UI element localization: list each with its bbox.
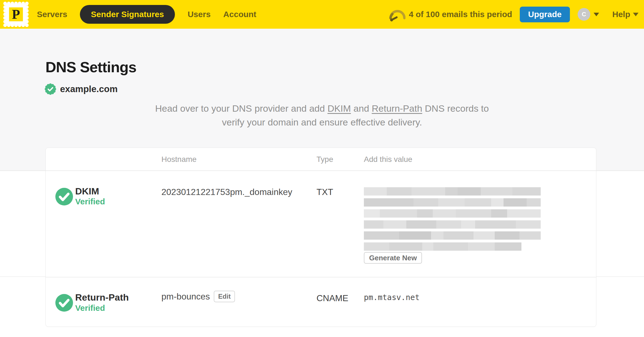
record-hostname: 20230121221753pm._domainkey [161, 187, 292, 197]
nav-item-sender-signatures[interactable]: Sender Signatures [80, 5, 175, 24]
column-header-hostname: Hostname [161, 148, 197, 171]
redacted-value-bar [364, 187, 541, 196]
instruction-segment: Head over to your DNS provider and add [155, 103, 328, 114]
dns-records-card: Hostname Type Add this value DKIM Verifi… [45, 148, 596, 327]
nav-item-account[interactable]: Account [223, 10, 256, 19]
status-badge: Verified [75, 303, 105, 313]
column-header-value: Add this value [364, 148, 412, 171]
help-menu[interactable]: Help [612, 10, 638, 19]
avatar[interactable]: C [578, 8, 590, 21]
return-path-link[interactable]: Return-Path [372, 103, 422, 114]
redacted-value-bar [364, 242, 521, 251]
generate-new-button[interactable]: Generate New [364, 252, 422, 264]
instruction-line2: verify your domain and ensure effective … [222, 117, 422, 127]
usage-meter: 4 of 100 emails this period [388, 7, 512, 22]
record-hostname: pm-bounces [161, 291, 210, 302]
verified-check-icon [55, 188, 73, 205]
dkim-link[interactable]: DKIM [328, 103, 351, 114]
column-header-type: Type [316, 148, 333, 171]
status-badge: Verified [75, 197, 105, 206]
verified-check-icon [55, 294, 73, 312]
postmark-logo[interactable]: P [3, 2, 29, 27]
usage-text: 4 of 100 emails this period [409, 10, 512, 19]
record-name: Return-Path [75, 292, 129, 303]
return-path-hostname-row: pm-bounces Edit [161, 291, 235, 302]
row-divider [46, 277, 596, 277]
gauge-icon [388, 7, 405, 22]
instruction-segment: and [351, 103, 372, 114]
dkim-record-value-redacted [364, 187, 541, 253]
navbar-right: 4 of 100 emails this period Upgrade C He… [388, 7, 638, 22]
chevron-down-icon [594, 13, 599, 16]
nav-item-servers[interactable]: Servers [37, 10, 67, 19]
logo-letter: P [12, 7, 20, 22]
help-label: Help [612, 10, 630, 19]
redacted-value-bar [364, 209, 541, 218]
redacted-value-bar [364, 220, 541, 229]
verified-seal-icon [44, 83, 57, 95]
domain-header: example.com [44, 83, 118, 95]
postage-stamp-icon: P [3, 2, 29, 27]
redacted-value-bar [364, 198, 541, 207]
upgrade-button[interactable]: Upgrade [520, 7, 570, 22]
account-menu[interactable]: C [578, 8, 599, 21]
instruction-segment: DNS records to [422, 103, 489, 114]
redacted-value-bar [364, 231, 541, 240]
edit-button[interactable]: Edit [214, 291, 235, 302]
top-navbar: P Servers Sender Signatures Users Accoun… [0, 0, 644, 29]
domain-name: example.com [60, 84, 118, 94]
record-name: DKIM [75, 186, 99, 197]
chevron-down-icon [633, 13, 638, 16]
record-value: pm.mtasv.net [364, 293, 420, 302]
record-type: TXT [316, 187, 333, 197]
page-title: DNS Settings [45, 58, 136, 76]
instruction-text: Head over to your DNS provider and add D… [0, 101, 644, 129]
record-type: CNAME [316, 293, 348, 303]
table-header: Hostname Type Add this value [46, 148, 596, 171]
primary-nav: Servers Sender Signatures Users Account [37, 5, 256, 24]
nav-item-users[interactable]: Users [188, 10, 210, 19]
